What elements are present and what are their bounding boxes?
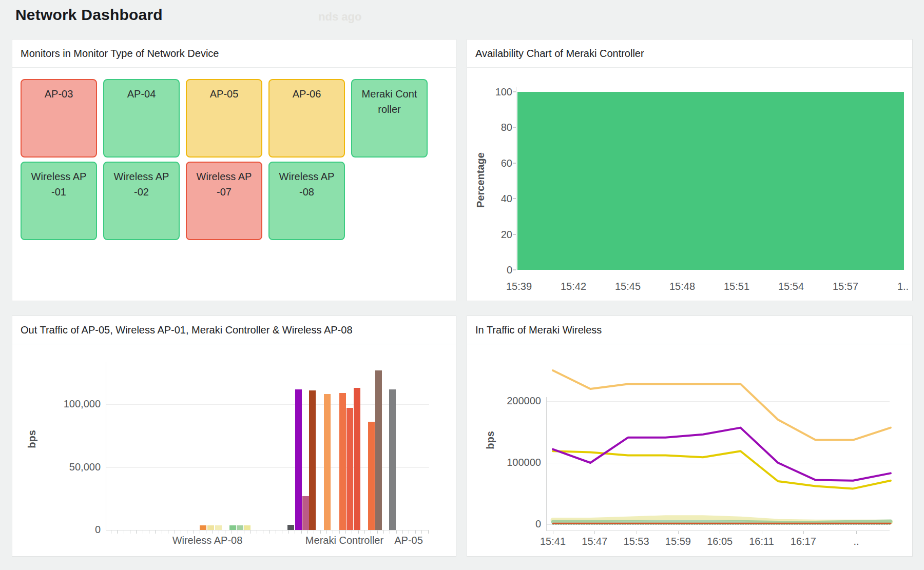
x-tick-mark (320, 530, 321, 534)
x-tick-mark (720, 531, 720, 534)
monitor-tile-ap-04[interactable]: AP-04 (103, 79, 180, 158)
x-tick-mark (383, 530, 384, 534)
bar (207, 525, 214, 530)
x-tick-label: 1.. (897, 281, 909, 292)
x-tick-label: 15:45 (615, 281, 641, 292)
x-tick-mark (326, 530, 327, 534)
y-axis-line (546, 397, 547, 530)
x-tick-label: 15:53 (624, 536, 649, 547)
x-tick-mark (251, 530, 251, 534)
panel-title: Monitors in Monitor Type of Network Devi… (21, 48, 219, 60)
x-tick-mark (181, 530, 181, 534)
tile-label-line: roller (352, 102, 427, 117)
monitor-tile-ap-03[interactable]: AP-03 (21, 79, 97, 158)
tile-label-line: AP-03 (22, 86, 96, 102)
x-tick-mark (803, 531, 804, 534)
x-tick-mark (143, 530, 143, 534)
x-tick-mark (288, 530, 289, 534)
x-tick-mark (117, 530, 118, 534)
x-tick-label: 16:11 (749, 536, 774, 547)
panel-header: In Traffic of Meraki Wireless (467, 316, 912, 344)
x-tick-mark (390, 530, 390, 534)
x-tick-mark (409, 530, 409, 534)
monitor-tile-wireless-ap-01[interactable]: Wireless AP-01 (21, 162, 97, 240)
bar (302, 496, 309, 530)
y-tick-mark (513, 91, 516, 92)
y-axis-line (516, 87, 516, 270)
bar-group-label: Wireless AP-08 (172, 535, 243, 546)
monitor-tile-ap-06[interactable]: AP-06 (268, 79, 345, 158)
x-tick-label: 15:57 (833, 281, 858, 292)
bar (354, 388, 360, 530)
x-tick-label: 15:41 (540, 536, 566, 547)
monitor-tile-ap-05[interactable]: AP-05 (186, 79, 262, 158)
x-tick-mark (111, 530, 111, 534)
x-tick-mark (333, 530, 333, 534)
panel-title: Availability Chart of Meraki Controller (475, 48, 644, 60)
tile-grid: AP-03AP-04AP-05AP-06Meraki ControllerWir… (21, 79, 428, 240)
y-tick-mark (513, 127, 516, 128)
panel-title: Out Traffic of AP-05, Wireless AP-01, Me… (21, 324, 353, 336)
y-tick-label: 100 (495, 86, 512, 98)
bar (200, 525, 206, 530)
tile-label-line: Wireless AP (104, 169, 179, 184)
panel-header: Monitors in Monitor Type of Network Devi… (12, 40, 456, 68)
line-series-layer (467, 316, 912, 556)
x-tick-mark (257, 530, 257, 534)
tile-label-line: Wireless AP (187, 169, 261, 184)
x-tick-mark (396, 530, 397, 534)
y-tick-label: 0 (95, 524, 101, 536)
y-tick-label: 100,000 (64, 398, 101, 410)
bar (244, 525, 251, 530)
x-tick-label: 15:39 (506, 281, 532, 292)
x-tick-mark (194, 530, 194, 534)
tile-label-line: -02 (104, 184, 179, 200)
y-tick-label: 200000 (507, 395, 541, 407)
x-tick-mark (187, 530, 187, 534)
bar (375, 370, 382, 530)
x-tick-mark (339, 530, 340, 534)
x-tick-mark (377, 530, 378, 534)
x-tick-mark (371, 530, 371, 534)
y-tick-label: 0 (535, 518, 541, 530)
x-tick-mark (175, 530, 175, 534)
x-tick-label: .. (853, 536, 859, 547)
y-tick-mark (513, 163, 516, 164)
monitor-tile-meraki-controller[interactable]: Meraki Controller (351, 79, 428, 158)
bar (389, 389, 396, 530)
panel-title: In Traffic of Meraki Wireless (475, 324, 602, 336)
x-tick-label: 15:42 (561, 281, 586, 292)
y-axis-line (106, 362, 106, 530)
page-title: Network Dashboard (15, 6, 163, 24)
x-tick-mark (149, 530, 149, 534)
x-tick-mark (276, 530, 276, 534)
x-tick-mark (263, 530, 263, 534)
x-tick-label: 15:47 (582, 536, 607, 547)
x-tick-mark (352, 530, 352, 534)
panel-availability: Availability Chart of Meraki Controller … (467, 39, 913, 301)
tile-label-line: Wireless AP (270, 169, 344, 184)
tile-label-line: Wireless AP (22, 169, 96, 184)
x-tick-mark (155, 530, 156, 534)
x-tick-label: 15:48 (669, 281, 695, 292)
x-tick-mark (238, 530, 238, 534)
x-tick-mark (762, 531, 762, 534)
line-series-purple (553, 428, 891, 481)
x-tick-mark (130, 530, 130, 534)
x-tick-mark (637, 531, 637, 534)
bar (346, 408, 353, 530)
monitor-tile-wireless-ap-08[interactable]: Wireless AP-08 (268, 162, 345, 240)
panel-out-traffic: Out Traffic of AP-05, Wireless AP-01, Me… (12, 316, 456, 557)
x-tick-mark (428, 530, 429, 534)
x-tick-mark (282, 530, 282, 534)
x-tick-label: 15:51 (724, 281, 749, 292)
panel-header: Availability Chart of Meraki Controller (467, 40, 912, 68)
monitor-tile-wireless-ap-07[interactable]: Wireless AP-07 (186, 162, 262, 240)
monitor-tile-wireless-ap-02[interactable]: Wireless AP-02 (103, 162, 180, 240)
x-tick-mark (295, 530, 295, 534)
bar (368, 422, 375, 530)
x-tick-label: 16:05 (707, 536, 733, 547)
x-tick-mark (301, 530, 302, 534)
x-tick-mark (136, 530, 137, 534)
tile-label-line: -08 (270, 184, 344, 200)
